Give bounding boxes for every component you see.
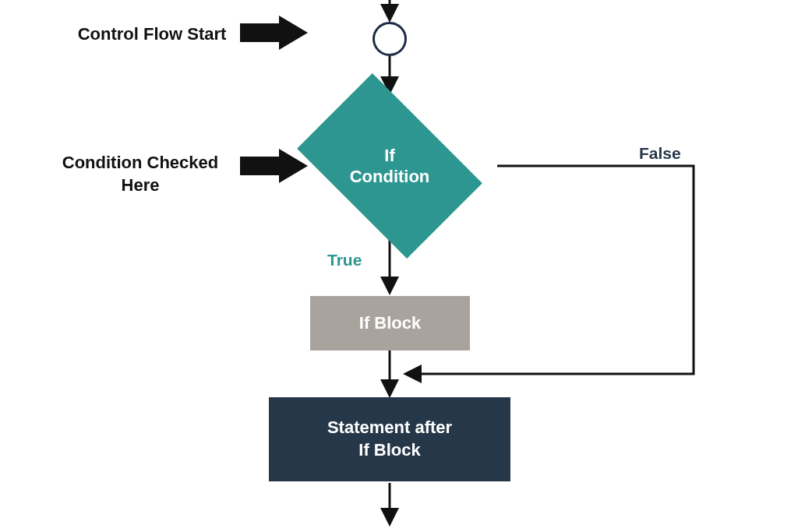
condition-label: If Condition — [281, 92, 499, 240]
if-block-node: If Block — [310, 296, 470, 351]
arrow-annotation-start-icon — [240, 16, 308, 50]
annotation-condition-checked: Condition Checked Here — [43, 152, 238, 196]
annotation-control-flow-start: Control Flow Start — [62, 23, 242, 46]
after-block-node: Statement after If Block — [269, 397, 510, 481]
edge-label-true: True — [327, 251, 362, 270]
edge-label-false: False — [639, 144, 681, 163]
flowchart-stage: Control Flow Start Condition Checked Her… — [0, 0, 798, 532]
start-node — [373, 22, 407, 56]
condition-node: If Condition — [281, 92, 499, 240]
